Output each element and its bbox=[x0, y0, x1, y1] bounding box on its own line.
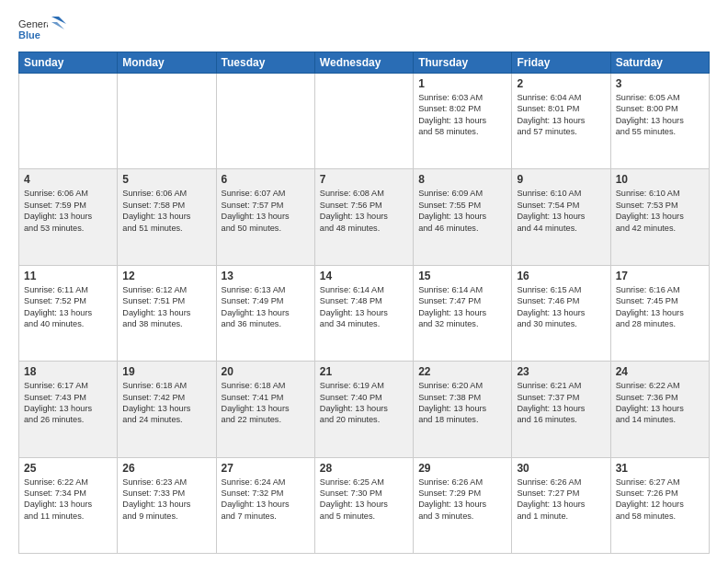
cell-text: Daylight: 13 hours bbox=[122, 499, 210, 510]
cell-text: Sunrise: 6:17 AM bbox=[24, 380, 112, 391]
cell-text: Daylight: 13 hours bbox=[122, 307, 210, 318]
cell-text: Daylight: 13 hours bbox=[418, 307, 506, 318]
cell-text: Sunset: 7:33 PM bbox=[122, 488, 210, 499]
cell-text: Sunset: 7:55 PM bbox=[418, 200, 506, 211]
calendar-cell: 30Sunrise: 6:26 AMSunset: 7:27 PMDayligh… bbox=[512, 457, 610, 553]
cell-text: Daylight: 13 hours bbox=[418, 499, 506, 510]
cell-text: and 40 minutes. bbox=[24, 318, 112, 329]
day-number: 12 bbox=[122, 270, 210, 282]
cell-text: and 42 minutes. bbox=[616, 223, 704, 234]
cell-text: Daylight: 13 hours bbox=[122, 211, 210, 222]
day-number: 22 bbox=[418, 365, 506, 378]
day-number: 25 bbox=[24, 462, 112, 475]
calendar-header-row: SundayMondayTuesdayWednesdayThursdayFrid… bbox=[19, 52, 710, 74]
cell-text: Sunset: 7:37 PM bbox=[517, 392, 605, 403]
cell-text: Sunset: 7:45 PM bbox=[616, 295, 704, 306]
cell-text: and 44 minutes. bbox=[517, 223, 605, 234]
day-number: 30 bbox=[517, 462, 605, 475]
cell-text: Sunset: 7:41 PM bbox=[222, 392, 310, 403]
cell-text: Sunset: 8:00 PM bbox=[616, 103, 704, 114]
calendar-cell: 12Sunrise: 6:12 AMSunset: 7:51 PMDayligh… bbox=[118, 265, 216, 361]
day-number: 2 bbox=[517, 77, 605, 90]
calendar-cell: 15Sunrise: 6:14 AMSunset: 7:47 PMDayligh… bbox=[414, 265, 512, 361]
cell-text: Sunrise: 6:25 AM bbox=[320, 477, 408, 488]
cell-text: and 48 minutes. bbox=[320, 223, 408, 234]
day-number: 24 bbox=[616, 365, 704, 378]
calendar-cell: 3Sunrise: 6:05 AMSunset: 8:00 PMDaylight… bbox=[610, 74, 709, 169]
cell-text: and 53 minutes. bbox=[24, 223, 112, 234]
cell-text: and 1 minute. bbox=[517, 511, 605, 522]
cell-text: and 46 minutes. bbox=[418, 223, 506, 234]
cell-text: Sunrise: 6:06 AM bbox=[122, 188, 210, 199]
cell-text: Daylight: 13 hours bbox=[24, 403, 112, 414]
calendar-cell: 21Sunrise: 6:19 AMSunset: 7:40 PMDayligh… bbox=[314, 362, 413, 457]
cell-text: and 51 minutes. bbox=[122, 223, 210, 234]
cell-text: Sunrise: 6:14 AM bbox=[418, 284, 506, 295]
day-number: 17 bbox=[616, 270, 704, 282]
calendar-cell: 17Sunrise: 6:16 AMSunset: 7:45 PMDayligh… bbox=[610, 265, 709, 361]
cell-text: Daylight: 13 hours bbox=[418, 115, 506, 126]
cell-text: Sunset: 7:34 PM bbox=[24, 488, 112, 499]
day-number: 11 bbox=[24, 270, 112, 282]
calendar-cell: 28Sunrise: 6:25 AMSunset: 7:30 PMDayligh… bbox=[314, 457, 413, 553]
cell-text: Sunset: 7:36 PM bbox=[616, 392, 704, 403]
calendar-cell: 13Sunrise: 6:13 AMSunset: 7:49 PMDayligh… bbox=[216, 265, 314, 361]
cell-text: Sunset: 7:51 PM bbox=[122, 295, 210, 306]
cell-text: Sunrise: 6:04 AM bbox=[517, 92, 605, 103]
cell-text: Sunset: 7:59 PM bbox=[24, 200, 112, 211]
cell-text: Daylight: 13 hours bbox=[616, 307, 704, 318]
cell-text: Sunrise: 6:14 AM bbox=[320, 284, 408, 295]
svg-marker-3 bbox=[51, 22, 64, 29]
cell-text: Sunset: 7:29 PM bbox=[418, 488, 506, 499]
day-number: 23 bbox=[517, 365, 605, 378]
cell-text: and 16 minutes. bbox=[517, 414, 605, 425]
cell-text: Sunset: 7:54 PM bbox=[517, 200, 605, 211]
logo-bird-icon: General Blue bbox=[18, 15, 48, 44]
cell-text: Sunrise: 6:18 AM bbox=[222, 380, 310, 391]
cell-text: Sunrise: 6:18 AM bbox=[122, 380, 210, 391]
cell-text: and 7 minutes. bbox=[222, 511, 310, 522]
day-number: 7 bbox=[320, 173, 408, 186]
calendar-cell: 2Sunrise: 6:04 AMSunset: 8:01 PMDaylight… bbox=[512, 74, 610, 169]
day-number: 6 bbox=[222, 173, 310, 186]
cell-text: Daylight: 13 hours bbox=[616, 403, 704, 414]
calendar-cell bbox=[216, 74, 314, 169]
day-number: 9 bbox=[517, 173, 605, 186]
cell-text: and 50 minutes. bbox=[222, 223, 310, 234]
calendar-cell: 10Sunrise: 6:10 AMSunset: 7:53 PMDayligh… bbox=[610, 169, 709, 265]
calendar-cell: 26Sunrise: 6:23 AMSunset: 7:33 PMDayligh… bbox=[118, 457, 216, 553]
calendar-cell: 4Sunrise: 6:06 AMSunset: 7:59 PMDaylight… bbox=[19, 169, 118, 265]
day-number: 19 bbox=[122, 365, 210, 378]
cell-text: and 22 minutes. bbox=[222, 414, 310, 425]
week-row-2: 4Sunrise: 6:06 AMSunset: 7:59 PMDaylight… bbox=[19, 169, 710, 265]
cell-text: Daylight: 13 hours bbox=[222, 499, 310, 510]
header-tuesday: Tuesday bbox=[216, 52, 314, 74]
cell-text: Sunset: 7:27 PM bbox=[517, 488, 605, 499]
cell-text: and 28 minutes. bbox=[616, 318, 704, 329]
cell-text: Sunrise: 6:06 AM bbox=[24, 188, 112, 199]
calendar-cell: 29Sunrise: 6:26 AMSunset: 7:29 PMDayligh… bbox=[414, 457, 512, 553]
cell-text: Sunrise: 6:27 AM bbox=[616, 477, 704, 488]
cell-text: Sunset: 7:38 PM bbox=[418, 392, 506, 403]
cell-text: Daylight: 13 hours bbox=[320, 499, 408, 510]
cell-text: Sunset: 7:40 PM bbox=[320, 392, 408, 403]
cell-text: Sunset: 7:52 PM bbox=[24, 295, 112, 306]
cell-text: Sunrise: 6:13 AM bbox=[222, 284, 310, 295]
cell-text: Sunset: 8:01 PM bbox=[517, 103, 605, 114]
calendar-cell: 31Sunrise: 6:27 AMSunset: 7:26 PMDayligh… bbox=[610, 457, 709, 553]
day-number: 8 bbox=[418, 173, 506, 186]
cell-text: Sunrise: 6:11 AM bbox=[24, 284, 112, 295]
calendar-cell: 24Sunrise: 6:22 AMSunset: 7:36 PMDayligh… bbox=[610, 362, 709, 457]
calendar-cell: 22Sunrise: 6:20 AMSunset: 7:38 PMDayligh… bbox=[414, 362, 512, 457]
calendar-cell: 11Sunrise: 6:11 AMSunset: 7:52 PMDayligh… bbox=[19, 265, 118, 361]
cell-text: and 55 minutes. bbox=[616, 126, 704, 137]
cell-text: Sunrise: 6:10 AM bbox=[616, 188, 704, 199]
header: General Blue bbox=[18, 15, 710, 44]
cell-text: Sunset: 7:48 PM bbox=[320, 295, 408, 306]
header-friday: Friday bbox=[512, 52, 610, 74]
logo-arrow-icon bbox=[51, 17, 66, 42]
cell-text: Daylight: 13 hours bbox=[418, 403, 506, 414]
cell-text: Sunset: 7:26 PM bbox=[616, 488, 704, 499]
day-number: 14 bbox=[320, 270, 408, 282]
cell-text: Daylight: 13 hours bbox=[122, 403, 210, 414]
